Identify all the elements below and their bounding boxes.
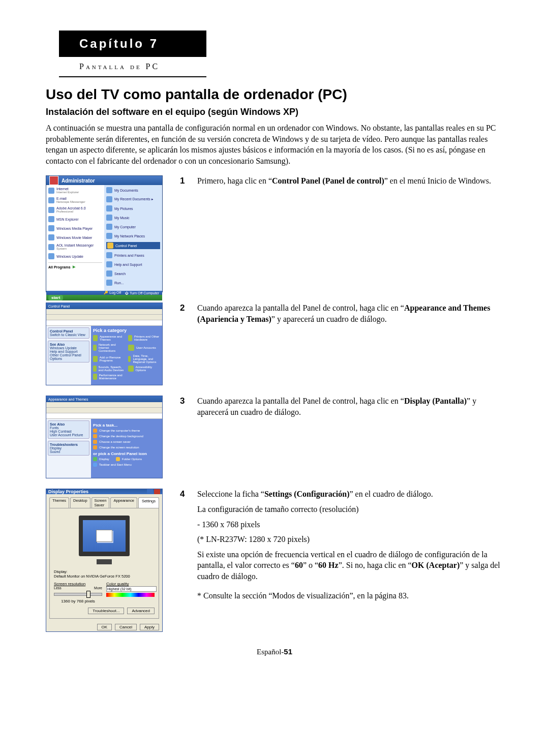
steps-list: Administrator InternetInternet Explorer …: [46, 175, 503, 632]
step-number: 1: [180, 175, 187, 292]
toolbar[interactable]: [46, 315, 162, 320]
menu-item-mymusic[interactable]: My Music: [106, 215, 160, 221]
menu-item-winupdate[interactable]: Windows Update: [48, 253, 102, 259]
menu-item-wmp[interactable]: Windows Media Player: [48, 225, 102, 231]
menu-item-moviemaker[interactable]: Windows Movie Maker: [48, 234, 102, 240]
cat-printers[interactable]: Printers and Other Hardware: [128, 335, 160, 341]
cancel-button[interactable]: Cancel: [115, 624, 137, 630]
troubleshoot-button[interactable]: Troubleshoot...: [88, 608, 124, 614]
figure-display-properties: Display Properties Themes Desktop Screen…: [46, 489, 168, 632]
step-text: Cuando aparezca la pantalla del Panel de…: [197, 396, 503, 478]
tab-appearance[interactable]: Appearance: [110, 497, 137, 508]
logoff-button[interactable]: 🔑 Log Off: [104, 291, 121, 295]
side-panel: Control Panel Switch to Classic View See…: [46, 326, 91, 385]
close-icon[interactable]: [154, 489, 160, 494]
step-text: Primero, haga clic en “Control Panel (Pa…: [197, 175, 491, 292]
menu-item-recent[interactable]: My Recent Documents ▸: [106, 196, 160, 202]
menu-item-printers[interactable]: Printers and Faxes: [106, 252, 160, 258]
cat-sounds[interactable]: Sounds, Speech, and Audio Devices: [93, 366, 125, 372]
switch-classic[interactable]: Switch to Classic View: [50, 333, 85, 337]
menu-item-help[interactable]: Help and Support: [106, 261, 160, 267]
monitor-preview-icon: [79, 516, 130, 556]
start-menu-left-column: InternetInternet Explorer E-mailNetscape…: [46, 185, 104, 291]
dialog-title: Display Properties: [48, 489, 88, 494]
figure-start-menu: Administrator InternetInternet Explorer …: [46, 175, 168, 292]
menu-item-email[interactable]: E-mailNetscape Messenger: [48, 197, 102, 203]
tab-themes[interactable]: Themes: [49, 497, 69, 508]
tab-screensaver[interactable]: Screen Saver: [92, 497, 110, 508]
shutdown-button[interactable]: ⏻ Turn Off Computer: [125, 291, 159, 295]
step-number: 4: [180, 489, 187, 632]
cat-users[interactable]: User Accounts: [128, 343, 160, 352]
section-text: Pantalla de PC: [79, 62, 160, 71]
cp-display[interactable]: Display Folder Options: [93, 457, 160, 461]
step-1: Administrator InternetInternet Explorer …: [46, 175, 503, 292]
taskbar: start: [46, 295, 162, 300]
cat-performance[interactable]: Performance and Maintenance: [93, 374, 125, 380]
menu-item-control-panel[interactable]: Control Panel: [106, 242, 160, 249]
tab-desktop[interactable]: Desktop: [70, 497, 90, 508]
section-title: Pantalla de PC: [59, 57, 206, 77]
address-bar[interactable]: [46, 320, 162, 326]
menu-item-search[interactable]: Search: [106, 270, 160, 277]
step-text: Cuando aparezca la pantalla del Panel de…: [197, 303, 503, 385]
tab-settings[interactable]: Settings: [138, 497, 159, 508]
figure-control-panel: Control Panel Control Panel Switch to Cl…: [46, 303, 168, 385]
resolution-slider[interactable]: [54, 593, 102, 596]
color-preview-icon: [106, 593, 155, 597]
menu-item-all-programs[interactable]: All Programs ▶: [48, 262, 102, 269]
step-number: 3: [180, 396, 187, 478]
ok-button[interactable]: OK: [97, 624, 112, 630]
step-number: 2: [180, 303, 187, 385]
menu-bar[interactable]: [46, 402, 162, 408]
color-quality-group: Color quality Highest (32 bit): [106, 582, 155, 603]
user-avatar-icon: [49, 176, 58, 185]
side-panel: See Also Fonts High Contrast User Accoun…: [46, 419, 91, 478]
footer-language: Español-: [257, 648, 284, 656]
help-icon[interactable]: [147, 489, 153, 494]
menu-item-msn[interactable]: MSN Explorer: [48, 216, 102, 222]
page-heading: Uso del TV como pantalla de ordenador (P…: [46, 86, 503, 103]
menu-item-mycomputer[interactable]: My Computer: [106, 224, 160, 230]
start-menu-user-banner: Administrator: [46, 176, 162, 185]
color-quality-select[interactable]: Highest (32 bit): [106, 586, 157, 592]
cat-appearance[interactable]: Appearance and Themes: [93, 335, 125, 341]
toolbar[interactable]: [46, 408, 162, 413]
task-theme[interactable]: Change the computer's theme: [93, 429, 160, 433]
menu-item-mynetwork[interactable]: My Network Places: [106, 233, 160, 239]
menu-item-run[interactable]: Run...: [106, 280, 160, 286]
intro-paragraph: A continuación se muestra una pantalla d…: [46, 123, 503, 166]
cat-datetime[interactable]: Date, Time, Language, and Regional Optio…: [128, 354, 160, 364]
window-title: Appearance and Themes: [46, 396, 162, 402]
category-grid: Pick a category Appearance and Themes Pr…: [91, 326, 162, 385]
menu-item-acrobat[interactable]: Adobe Acrobat 6.0Professional: [48, 206, 102, 213]
window-title: Control Panel: [46, 303, 162, 309]
step-text: Seleccione la ficha “Settings (Configura…: [197, 489, 503, 632]
cp-taskbar[interactable]: Taskbar and Start Menu: [93, 463, 160, 467]
menu-item-mydocs[interactable]: My Documents: [106, 187, 160, 193]
step-4: Display Properties Themes Desktop Screen…: [46, 489, 503, 632]
step-2: Control Panel Control Panel Switch to Cl…: [46, 303, 503, 385]
cat-accessibility[interactable]: Accessibility Options: [128, 366, 160, 372]
menu-item-mypics[interactable]: My Pictures: [106, 205, 160, 211]
apply-button[interactable]: Apply: [140, 624, 159, 630]
figure-appearance-themes: Appearance and Themes See Also Fonts Hig…: [46, 396, 168, 478]
tasks-area: Pick a task... Change the computer's the…: [91, 419, 162, 478]
screen-resolution-group: Screen resolution LessMore 1360 by 768 p…: [54, 582, 102, 603]
tab-strip: Themes Desktop Screen Saver Appearance S…: [46, 494, 162, 508]
menu-item-internet[interactable]: InternetInternet Explorer: [48, 187, 102, 194]
cat-network[interactable]: Network and Internet Connections: [93, 343, 125, 352]
start-button[interactable]: start: [48, 295, 63, 300]
menu-item-aol[interactable]: AOL Instant MessengerSystem: [48, 244, 102, 250]
task-screensaver[interactable]: Choose a screen saver: [93, 440, 160, 444]
advanced-button[interactable]: Advanced: [127, 608, 155, 614]
address-bar[interactable]: [46, 413, 162, 419]
chapter-header-block: Capítulo 7 Pantalla de PC: [59, 31, 206, 77]
menu-bar[interactable]: [46, 309, 162, 315]
settings-panel: Display:Default Monitor on NVIDIA GeForc…: [49, 508, 159, 619]
task-background[interactable]: Change the desktop background: [93, 434, 160, 438]
task-resolution[interactable]: Change the screen resolution: [93, 445, 160, 449]
cat-addremove[interactable]: Add or Remove Programs: [93, 354, 125, 364]
start-menu-footer: 🔑 Log Off ⏻ Turn Off Computer: [46, 291, 162, 295]
step-3: Appearance and Themes See Also Fonts Hig…: [46, 396, 503, 478]
